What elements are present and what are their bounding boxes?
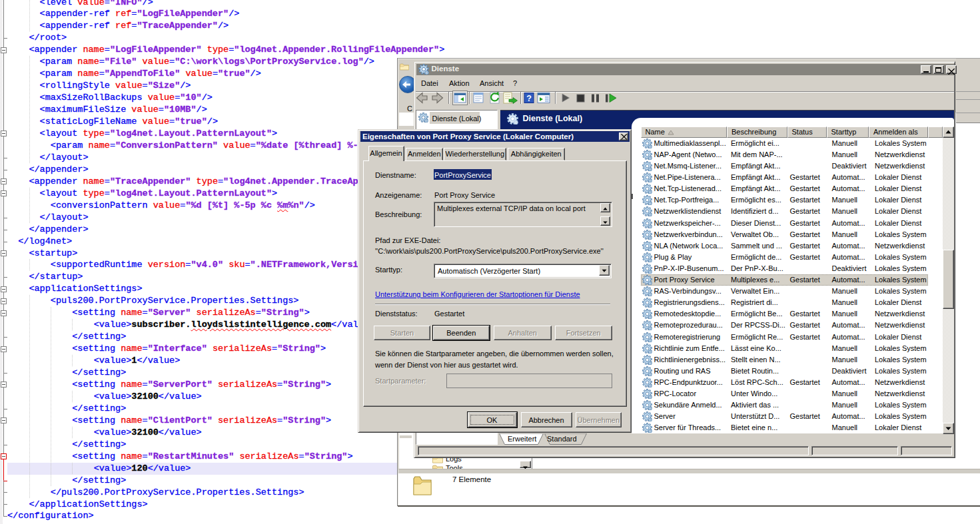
svg-text:?: ? — [526, 94, 532, 103]
